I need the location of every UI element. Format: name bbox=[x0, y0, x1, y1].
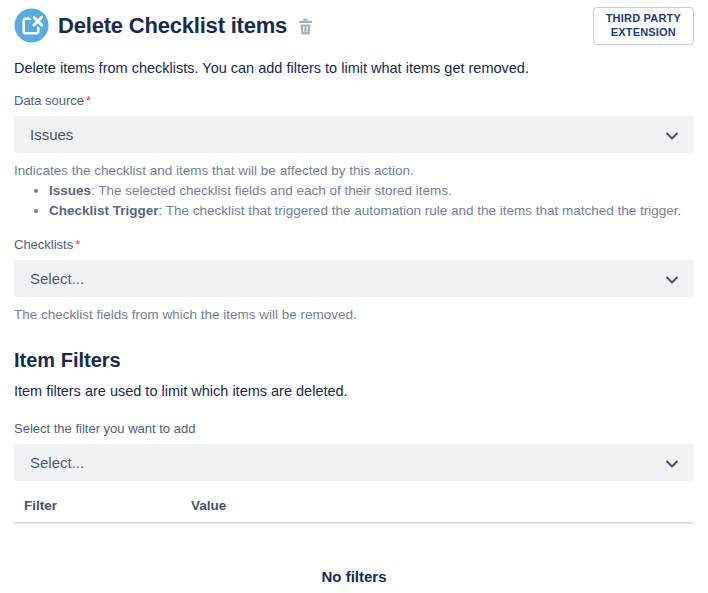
required-asterisk: * bbox=[75, 237, 80, 252]
required-asterisk: * bbox=[86, 93, 91, 108]
data-source-help: Indicates the checklist and items that w… bbox=[14, 161, 694, 181]
chevron-down-icon bbox=[666, 270, 678, 287]
delete-checklist-app-icon bbox=[14, 8, 49, 43]
header: Delete Checklist items THIRD PARTY EXTEN… bbox=[14, 7, 694, 45]
data-source-field: Data source* Issues Indicates the checkl… bbox=[14, 93, 694, 221]
add-filter-field: Select the filter you want to add Select… bbox=[14, 421, 694, 481]
checklists-help: The checklist fields from which the item… bbox=[14, 305, 694, 325]
action-description: Delete items from checklists. You can ad… bbox=[14, 60, 694, 76]
chevron-down-icon bbox=[666, 454, 678, 471]
trash-icon bbox=[298, 23, 313, 38]
checklists-selected-value: Select... bbox=[30, 270, 84, 287]
help-item-issues: Issues: The selected checklist fields an… bbox=[49, 181, 694, 201]
add-filter-select[interactable]: Select... bbox=[14, 444, 694, 481]
data-source-selected-value: Issues bbox=[30, 126, 73, 143]
checklists-select[interactable]: Select... bbox=[14, 260, 694, 297]
help-item-checklist-trigger: Checklist Trigger: The checklist that tr… bbox=[49, 201, 694, 221]
checklists-label: Checklists* bbox=[14, 237, 694, 252]
page-title: Delete Checklist items bbox=[58, 13, 287, 39]
add-filter-selected-value: Select... bbox=[30, 454, 84, 471]
badge-line-1: THIRD PARTY bbox=[606, 12, 681, 24]
data-source-label: Data source* bbox=[14, 93, 694, 108]
column-header-value: Value bbox=[191, 498, 226, 513]
badge-line-2: EXTENSION bbox=[611, 26, 676, 38]
delete-action-button[interactable] bbox=[298, 18, 313, 38]
checklists-field: Checklists* Select... The checklist fiel… bbox=[14, 237, 694, 325]
data-source-select[interactable]: Issues bbox=[14, 116, 694, 153]
column-header-filter: Filter bbox=[14, 498, 191, 513]
item-filters-heading: Item Filters bbox=[14, 349, 694, 372]
third-party-extension-badge: THIRD PARTY EXTENSION bbox=[593, 7, 694, 45]
chevron-down-icon bbox=[666, 126, 678, 143]
no-filters-message: No filters bbox=[14, 568, 694, 585]
item-filters-description: Item filters are used to limit which ite… bbox=[14, 383, 694, 399]
action-config-panel: Delete Checklist items THIRD PARTY EXTEN… bbox=[0, 0, 708, 593]
data-source-options-help: Issues: The selected checklist fields an… bbox=[14, 181, 694, 220]
add-filter-label: Select the filter you want to add bbox=[14, 421, 694, 436]
filters-table-header: Filter Value bbox=[14, 498, 694, 524]
